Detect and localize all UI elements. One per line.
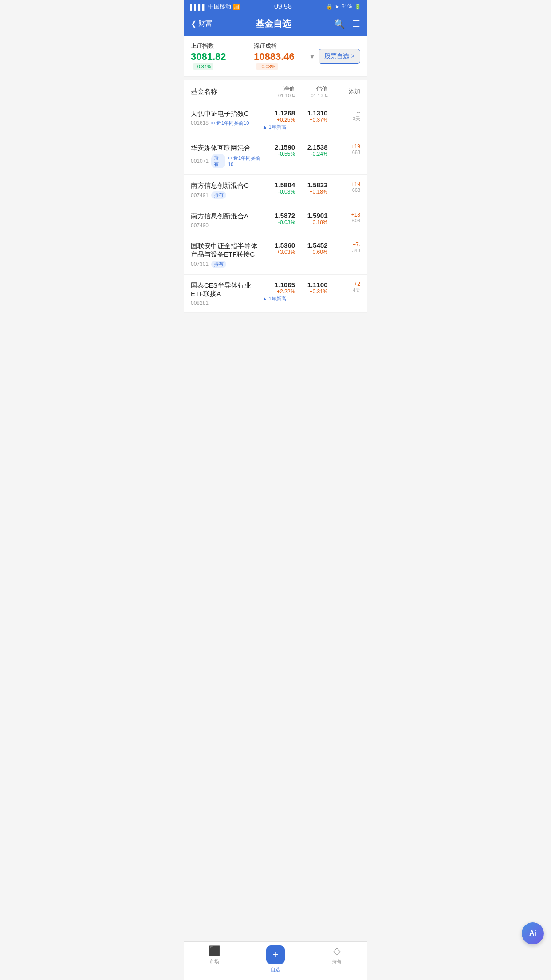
add-sub: 3天 — [328, 115, 360, 122]
nav-value: 2.1590 — [263, 143, 295, 151]
search-icon[interactable]: 🔍 — [334, 19, 345, 29]
hold-tag: 持有 — [211, 191, 226, 199]
est-date: 01-13 — [311, 93, 323, 98]
add-info: +7. — [328, 241, 360, 248]
hold-tag: 持有 — [211, 261, 226, 268]
signal-icon: ▌▌▌▌ — [190, 4, 206, 10]
fund-meta: 008281 — [191, 300, 263, 306]
fund-code: 007301 — [191, 261, 209, 267]
table-header: 基金名称 净值 01-10 ⇅ 估值 01-13 ⇅ 添加 — [184, 80, 367, 103]
nav-change: +3.03% — [263, 249, 295, 255]
fund-est-col: 1.5452 +0.60% — [295, 241, 327, 255]
est-value: 1.1100 — [295, 281, 327, 288]
shenzhen-change: +0.03% — [256, 63, 278, 70]
fund-item[interactable]: 南方信息创新混合C 007491 持有 1.5804 -0.03% 1.5833… — [184, 175, 367, 206]
add-sub: 4天 — [328, 287, 360, 294]
hold-tag: 持有 — [211, 154, 225, 168]
col-add-header: 添加 — [328, 87, 360, 95]
fund-meta: 007490 — [191, 222, 263, 229]
col-name-header: 基金名称 — [191, 87, 263, 96]
fund-item[interactable]: 国联安中证全指半导体产品与设备ETF联接C 007301 持有 1.5360 +… — [184, 235, 367, 275]
fund-nav-col: 1.5872 -0.03% — [263, 212, 295, 225]
market-bar: 上证指数 3081.82 -0.34% 深证成指 10883.46 +0.03%… — [184, 36, 367, 77]
est-value: 1.5901 — [295, 212, 327, 219]
fund-item[interactable]: 国泰CES半导体行业ETF联接A 008281 1.1065 +2.22% ▲ … — [184, 275, 367, 313]
wifi-icon: 📶 — [233, 4, 240, 10]
nav-change: +2.22% — [263, 288, 295, 295]
est-value: 1.1310 — [295, 109, 327, 117]
market-index-shenzhen[interactable]: 深证成指 10883.46 +0.03% — [254, 42, 306, 70]
shenzhen-label: 深证成指 — [254, 42, 306, 50]
nav-date: 01-10 — [278, 93, 291, 98]
new-high-badge: ▲ 1年新高 — [263, 296, 295, 302]
nav-back-button[interactable]: ❮ 财富 — [191, 19, 213, 28]
est-change: +0.31% — [295, 288, 327, 295]
est-change: +0.37% — [295, 117, 327, 123]
fund-add-col: +7. 343 — [328, 241, 360, 253]
add-info: +19 — [328, 181, 360, 187]
nav-value: 1.5804 — [263, 181, 295, 189]
fund-nav-col: 1.5360 +3.03% — [263, 241, 295, 255]
col-nav-header: 净值 01-10 ⇅ — [263, 85, 295, 98]
est-change: +0.60% — [295, 249, 327, 255]
status-left: ▌▌▌▌ 中国移动 📶 — [190, 3, 240, 11]
fund-add-col: +18 603 — [328, 212, 360, 223]
fund-item[interactable]: 华安媒体互联网混合 001071 持有✉ 近1年同类前10 2.1590 -0.… — [184, 137, 367, 175]
battery-label: 91% — [342, 4, 352, 10]
fund-name: 南方信息创新混合C — [191, 181, 263, 190]
nav-sort-icon[interactable]: ⇅ — [291, 93, 295, 98]
fund-name: 国联安中证全指半导体产品与设备ETF联接C — [191, 241, 263, 259]
page-title: 基金自选 — [256, 18, 291, 30]
add-info: +2 — [328, 281, 360, 287]
fund-add-col: +2 4天 — [328, 281, 360, 294]
lock-icon: 🔒 — [326, 4, 333, 10]
status-bar: ▌▌▌▌ 中国移动 📶 09:58 🔒 ➤ 91% 🔋 — [184, 0, 367, 13]
nav-change: -0.55% — [263, 151, 295, 157]
market-divider — [248, 47, 248, 65]
fund-code: 001618 — [191, 120, 209, 126]
fund-code: 001071 — [191, 158, 209, 164]
col-est-header: 估值 01-13 ⇅ — [295, 85, 327, 98]
add-info: +19 — [328, 143, 360, 150]
shanghai-label: 上证指数 — [191, 42, 243, 50]
add-info: -- — [328, 109, 360, 115]
nav-value: 1.1065 — [263, 281, 295, 288]
market-index-shanghai[interactable]: 上证指数 3081.82 -0.34% — [191, 42, 243, 70]
est-change: +0.18% — [295, 219, 327, 225]
menu-icon[interactable]: ☰ — [352, 19, 360, 29]
est-value: 2.1538 — [295, 143, 327, 151]
status-right: 🔒 ➤ 91% 🔋 — [326, 4, 361, 10]
nav-change: -0.03% — [263, 219, 295, 225]
fund-name: 国泰CES半导体行业ETF联接A — [191, 281, 263, 298]
shanghai-value: 3081.82 — [191, 51, 226, 62]
add-sub: 343 — [328, 248, 360, 253]
est-change: +0.18% — [295, 189, 327, 195]
add-sub: 663 — [328, 187, 360, 193]
fund-code: 007491 — [191, 192, 209, 198]
fund-meta: 001618 ✉ 近1年同类前10 — [191, 120, 263, 126]
top10-tag: ✉ 近1年同类前10 — [228, 155, 263, 167]
fund-code: 008281 — [191, 300, 209, 306]
fund-info: 南方信息创新混合A 007490 — [191, 212, 263, 229]
top10-tag: ✉ 近1年同类前10 — [211, 120, 249, 126]
fund-est-col: 1.1100 +0.31% — [295, 281, 327, 295]
fund-code: 007490 — [191, 222, 209, 229]
stock-watchlist-button[interactable]: 股票自选 > — [319, 49, 360, 64]
fund-info: 华安媒体互联网混合 001071 持有✉ 近1年同类前10 — [191, 143, 263, 168]
fund-est-col: 1.5833 +0.18% — [295, 181, 327, 195]
fund-list: 天弘中证电子指数C 001618 ✉ 近1年同类前10 1.1268 +0.25… — [184, 103, 367, 313]
fund-meta: 007301 持有 — [191, 261, 263, 268]
fund-nav-col: 1.1268 +0.25% ▲ 1年新高 — [263, 109, 295, 130]
fund-info: 国泰CES半导体行业ETF联接A 008281 — [191, 281, 263, 306]
fund-item[interactable]: 南方信息创新混合A 007490 1.5872 -0.03% 1.5901 +0… — [184, 205, 367, 235]
carrier-label: 中国移动 — [208, 3, 231, 11]
est-sort-icon[interactable]: ⇅ — [324, 93, 328, 98]
est-change: -0.24% — [295, 151, 327, 157]
fund-item[interactable]: 天弘中证电子指数C 001618 ✉ 近1年同类前10 1.1268 +0.25… — [184, 103, 367, 137]
dropdown-icon[interactable]: ▾ — [310, 51, 314, 61]
fund-meta: 007491 持有 — [191, 191, 263, 199]
est-value: 1.5452 — [295, 241, 327, 249]
nav-value: 1.5872 — [263, 212, 295, 219]
nav-change: +0.25% — [263, 117, 295, 123]
fund-add-col: +19 663 — [328, 181, 360, 193]
